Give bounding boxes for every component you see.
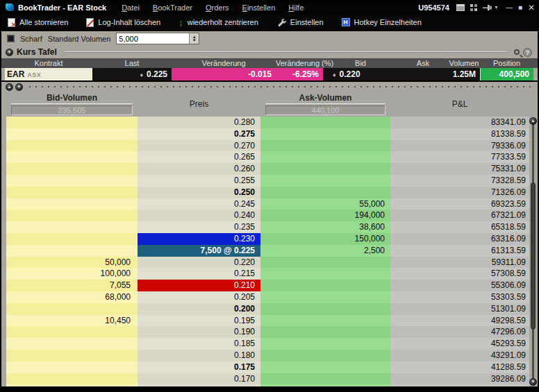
- price-cell[interactable]: 0.190: [138, 326, 260, 338]
- ask-volume-cell[interactable]: 38,600: [260, 221, 390, 233]
- ask-volume-cell[interactable]: [260, 280, 390, 291]
- pin-icon[interactable]: ▼: [483, 4, 499, 11]
- bid-volume-cell[interactable]: [6, 338, 138, 350]
- ask-volume-cell[interactable]: [260, 117, 390, 128]
- price-cell[interactable]: 0.250: [138, 187, 260, 198]
- clear-log-button[interactable]: Log-Inhalt löschen: [86, 18, 160, 27]
- bid-volume-cell[interactable]: [6, 140, 138, 152]
- ask-volume-cell[interactable]: [260, 140, 390, 152]
- bid-volume-cell[interactable]: [6, 175, 138, 187]
- configure-button[interactable]: Einstellen: [276, 17, 324, 27]
- price-cell[interactable]: 0.245: [138, 198, 260, 210]
- bid-volume-cell[interactable]: [6, 221, 138, 233]
- scroll-down-button[interactable]: ▼: [529, 378, 537, 386]
- menu-orders[interactable]: Orders: [206, 3, 229, 12]
- recenter-button[interactable]: ↕ wiederholt zentrieren: [179, 18, 258, 27]
- menu-einstellen[interactable]: Einstellen: [242, 3, 276, 12]
- close-button[interactable]: ✕: [528, 4, 535, 11]
- splitter-bar[interactable]: ▲ ▼: [1, 82, 538, 92]
- group-windows-icon[interactable]: [470, 3, 478, 12]
- bid-volume-cell[interactable]: [6, 303, 138, 315]
- bid-volume-cell[interactable]: [6, 233, 138, 245]
- bid-volume-cell[interactable]: [6, 163, 138, 175]
- zoom-icon[interactable]: [514, 49, 520, 55]
- ask-volume-cell[interactable]: [260, 326, 390, 338]
- maximize-button[interactable]: ■: [518, 4, 522, 11]
- bid-volume-cell[interactable]: [6, 361, 138, 373]
- price-cell[interactable]: 0.275: [138, 128, 260, 140]
- bid-volume-cell[interactable]: [6, 245, 138, 257]
- ask-volume-cell[interactable]: [260, 175, 390, 187]
- bid-volume-cell[interactable]: 100,000: [6, 268, 138, 280]
- ask-volume-cell[interactable]: [260, 303, 390, 315]
- bid-volume-cell[interactable]: [6, 198, 138, 210]
- minimize-button[interactable]: —: [506, 4, 513, 11]
- bid-volume-cell[interactable]: [6, 326, 138, 338]
- price-cell[interactable]: 0.255: [138, 175, 260, 187]
- price-cell[interactable]: 0.270: [138, 140, 260, 152]
- pin-dropdown-caret[interactable]: ▼: [494, 5, 499, 10]
- ask-volume-cell[interactable]: [260, 187, 390, 198]
- price-cell[interactable]: 0.235: [138, 221, 260, 233]
- ask-volume-cell[interactable]: [260, 361, 390, 373]
- bid-volume-cell[interactable]: [6, 350, 138, 361]
- default-size-input[interactable]: 5,000 ▲▼: [116, 33, 199, 44]
- ask-volume-cell[interactable]: [260, 128, 390, 140]
- price-cell[interactable]: 0.215: [138, 268, 260, 280]
- ask-volume-cell[interactable]: [260, 163, 390, 175]
- ask-volume-cell[interactable]: [260, 257, 390, 269]
- bid-volume-cell[interactable]: [6, 117, 138, 128]
- bid-volume-cell[interactable]: 7,055: [6, 280, 138, 291]
- price-cell[interactable]: 0.170: [138, 373, 260, 385]
- price-cell[interactable]: 0.260: [138, 163, 260, 175]
- cancel-all-button[interactable]: ✕ Alle stornieren: [8, 18, 68, 27]
- scroll-up-button[interactable]: ▲: [529, 117, 537, 125]
- price-cell[interactable]: 0.205: [138, 291, 260, 303]
- bid-volume-cell[interactable]: [6, 210, 138, 221]
- ask-volume-cell[interactable]: 55,000: [260, 198, 390, 210]
- price-cell[interactable]: 0.280: [138, 117, 260, 128]
- bid-volume-cell[interactable]: [6, 151, 138, 163]
- bid-volume-cell[interactable]: [6, 128, 138, 140]
- ask-volume-cell[interactable]: [260, 315, 390, 327]
- ask-volume-cell[interactable]: 150,000: [260, 233, 390, 245]
- price-cell[interactable]: 0.195: [138, 315, 260, 327]
- menu-datei[interactable]: Datei: [122, 3, 140, 12]
- armed-checkbox[interactable]: [7, 35, 15, 42]
- price-cell[interactable]: 0.210: [138, 280, 260, 291]
- splitter-down-button[interactable]: ▼: [15, 83, 23, 91]
- contract-cell[interactable]: EARASX: [5, 68, 92, 80]
- ask-volume-cell[interactable]: [260, 268, 390, 280]
- detach-window-icon[interactable]: [456, 4, 465, 11]
- bid-volume-cell[interactable]: [6, 187, 138, 198]
- collapse-panel-button[interactable]: ▼: [6, 49, 13, 56]
- price-cell[interactable]: 0.175: [138, 361, 260, 373]
- menu-hilfe[interactable]: Hilfe: [288, 3, 304, 12]
- hotkey-details-button[interactable]: H Hotkey Einzelheiten: [342, 18, 422, 26]
- scrollbar-thumb[interactable]: [531, 182, 536, 330]
- ask-volume-cell[interactable]: [260, 350, 390, 361]
- price-cell[interactable]: 0.185: [138, 338, 260, 350]
- bid-volume-cell[interactable]: 10,450: [6, 315, 138, 327]
- bid-volume-cell[interactable]: 50,000: [6, 257, 138, 269]
- ask-volume-cell[interactable]: [260, 384, 390, 386]
- bid-volume-cell[interactable]: [6, 373, 138, 385]
- price-cell[interactable]: 0.230: [138, 233, 260, 245]
- bid-volume-cell[interactable]: 68,000: [6, 291, 138, 303]
- default-size-value[interactable]: 5,000: [117, 33, 189, 44]
- ask-volume-cell[interactable]: 2,500: [260, 245, 390, 257]
- price-cell[interactable]: 0.220: [138, 257, 260, 269]
- size-spinner[interactable]: ▲▼: [189, 33, 199, 44]
- ask-volume-cell[interactable]: [260, 151, 390, 163]
- price-cell[interactable]: 0.200: [138, 303, 260, 315]
- ask-volume-cell[interactable]: [260, 338, 390, 350]
- price-cell[interactable]: 0.180: [138, 350, 260, 361]
- splitter-up-button[interactable]: ▲: [6, 83, 13, 91]
- help-icon[interactable]: ?: [523, 48, 532, 57]
- price-cell[interactable]: 0.240: [138, 210, 260, 221]
- ask-volume-cell[interactable]: [260, 291, 390, 303]
- ask-volume-cell[interactable]: 194,000: [260, 210, 390, 221]
- bid-volume-cell[interactable]: [6, 384, 138, 386]
- price-cell[interactable]: 0.265: [138, 151, 260, 163]
- menu-booktrader[interactable]: BookTrader: [153, 3, 192, 12]
